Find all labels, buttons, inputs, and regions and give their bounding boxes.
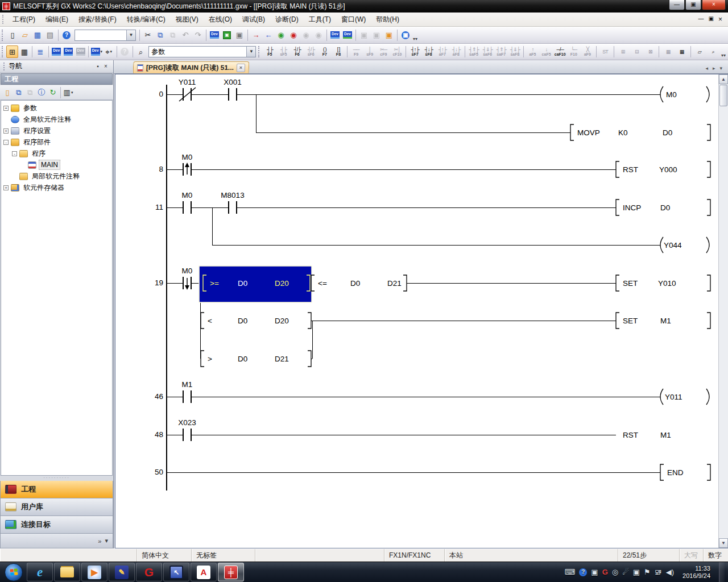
close-button[interactable]: × <box>702 0 726 10</box>
tree-item-MAIN[interactable]: MAIN <box>1 159 112 171</box>
action-center-tray-icon[interactable]: ⚑ <box>644 568 651 576</box>
keyboard-tray-icon[interactable]: ⌨ <box>565 568 576 576</box>
expand-tray-icon[interactable]: ▣ <box>591 568 598 576</box>
show-desktop-button[interactable] <box>719 562 725 582</box>
tree-item-软元件存储器[interactable]: +软元件存储器 <box>1 182 112 193</box>
monitor-resume-button[interactable]: ◉ <box>312 29 325 41</box>
window-tile-button[interactable]: ▣ <box>370 29 383 41</box>
button-saF6[interactable]: ┤⇓├saF6 <box>481 45 494 59</box>
device-cross-reference-button[interactable]: Dev <box>75 45 86 58</box>
print-button[interactable]: ▤ <box>44 29 56 41</box>
device-comment-find-button[interactable]: Dev <box>208 29 221 41</box>
button-caF5[interactable]: ↓caF5 <box>540 45 553 59</box>
maximize-button[interactable]: ▣ <box>685 0 701 10</box>
help-tray-icon[interactable]: ? <box>579 568 587 576</box>
pdf-reader-taskbar-button[interactable]: A <box>191 563 217 581</box>
media-player-taskbar-button[interactable]: ▶ <box>81 563 107 581</box>
tree-expander[interactable]: - <box>12 151 17 156</box>
device-display-button[interactable]: Dev▾ <box>90 45 102 58</box>
device-registration-monitor-button[interactable]: Dev <box>341 29 354 41</box>
button-ST[interactable]: ST <box>598 45 612 59</box>
button-F6[interactable]: ┤/├F6 <box>291 45 304 59</box>
undo-button[interactable]: ↶ <box>179 29 192 41</box>
open-file-button[interactable]: ▱ <box>19 29 31 41</box>
monitor-tray-icon[interactable]: ▣ <box>633 568 640 576</box>
button-▱[interactable]: ▱ <box>693 45 706 59</box>
tab-scroll-right-icon[interactable]: ▸ <box>713 65 715 71</box>
tree-item-参数[interactable]: +参数 <box>1 102 112 114</box>
button-⊠[interactable]: ⊠ <box>643 45 657 59</box>
device-search-button[interactable]: ⌖▾ <box>103 45 115 58</box>
button-F7[interactable]: ( )F7 <box>318 45 332 59</box>
button-F5[interactable]: ┤├F5 <box>263 45 276 59</box>
menu-item-9[interactable]: 窗口(W) <box>336 13 371 26</box>
device-list-button[interactable]: Dev <box>63 45 75 58</box>
mdi-minimize-button[interactable]: — <box>698 15 704 23</box>
button-sF8[interactable]: ┤↓├sF8 <box>422 45 436 59</box>
button-aF8[interactable]: ┤↓├aF8 <box>449 45 463 59</box>
nav-paste-button[interactable]: ⧉ <box>24 87 36 98</box>
tab-main-program[interactable]: [PRG]读取 MAIN (只读) 51... × <box>133 61 250 73</box>
menu-item-0[interactable]: 工程(P) <box>7 13 40 26</box>
button-cF10[interactable]: ✂│cF10 <box>390 45 404 59</box>
button-saF5[interactable]: ┤⇑├saF5 <box>467 45 481 59</box>
scroll-up-icon[interactable]: ▲ <box>719 74 728 84</box>
button-F9[interactable]: ──F9 <box>349 45 363 59</box>
scroll-thumb[interactable] <box>719 85 727 106</box>
ie-taskbar-button[interactable]: e <box>27 563 53 581</box>
monitor-start-button[interactable]: ◉ <box>275 29 287 41</box>
nav-refresh-button[interactable]: ↻ <box>47 87 59 98</box>
paste-button[interactable]: ⧉ <box>167 29 179 41</box>
button-caF10[interactable]: ─/─caF10 <box>553 45 567 59</box>
vertical-scrollbar[interactable]: ▲ ▼ <box>718 74 728 548</box>
mdi-close-button[interactable]: × <box>718 15 722 23</box>
monitor-pause-button[interactable]: ◉ <box>300 29 312 41</box>
button-saF8[interactable]: ┤⇓├saF8 <box>508 45 522 59</box>
satellite-tray-icon[interactable]: ☄ <box>622 568 629 576</box>
button-aF5[interactable]: ↑aF5 <box>526 45 539 59</box>
device-batch-monitor-button[interactable]: Dev <box>329 29 341 41</box>
help-2-button[interactable]: ? <box>119 45 131 58</box>
button-⌕[interactable]: ⌕ <box>706 45 720 59</box>
cut-button[interactable]: ✂ <box>142 29 154 41</box>
menu-item-7[interactable]: 诊断(D) <box>270 13 304 26</box>
write-to-plc-button[interactable]: → <box>250 29 262 41</box>
button-cF9[interactable]: ✂─cF9 <box>377 45 390 59</box>
button-sF5[interactable]: ┤├sF5 <box>276 45 290 59</box>
gom-tray-icon[interactable]: G <box>602 568 608 576</box>
device-combo[interactable]: 参数▼ <box>148 46 256 57</box>
tree-expander[interactable]: + <box>3 128 9 134</box>
explorer-taskbar-button[interactable] <box>54 563 80 581</box>
menu-item-3[interactable]: 转换/编译(C) <box>122 13 171 26</box>
button-⊞[interactable]: ⊞ <box>616 45 630 59</box>
nav-property-button[interactable]: ⓘ <box>36 87 47 98</box>
navigation-toggle-button[interactable]: ⊞ <box>6 45 18 58</box>
button-▦[interactable]: ▦ <box>675 45 689 59</box>
window-arrange-button[interactable]: ▣ <box>383 29 395 41</box>
gx-works2-taskbar-button[interactable]: ╪ <box>218 563 244 581</box>
redo-button[interactable]: ↷ <box>192 29 204 41</box>
tree-item-程序设置[interactable]: +程序设置 <box>1 125 112 136</box>
button-sF6[interactable]: ┤/├sF6 <box>304 45 318 59</box>
button-F8[interactable]: [ ]F8 <box>332 45 345 59</box>
tab-list-icon[interactable]: ▾ <box>719 65 722 71</box>
button-aF7[interactable]: ┤↑├aF7 <box>436 45 449 59</box>
tree-expander[interactable]: - <box>3 140 9 145</box>
nav-sort-button[interactable]: ▥▾ <box>63 87 74 98</box>
copy-button[interactable]: ⧉ <box>154 29 167 41</box>
start-button[interactable] <box>5 563 23 581</box>
screen-display-button[interactable]: ▣ <box>399 29 412 41</box>
tree-item-局部软元件注释[interactable]: 局部软元件注释 <box>1 171 112 182</box>
stack-connection-button[interactable]: 连接目标 <box>0 516 113 534</box>
button-saF7[interactable]: ┤⇑├saF7 <box>494 45 508 59</box>
tab-close-icon[interactable]: × <box>237 64 246 72</box>
volume-tray-icon[interactable]: ◀) <box>666 568 674 576</box>
disc-tray-icon[interactable]: ◎ <box>612 568 618 576</box>
tree-item-程序部件[interactable]: -程序部件 <box>1 136 112 148</box>
stack-user-library-button[interactable]: 用户库 <box>0 498 113 516</box>
menu-item-5[interactable]: 在线(O) <box>204 13 237 26</box>
save-button[interactable]: ▦ <box>31 29 44 41</box>
tree-item-全局软元件注释[interactable]: 全局软元件注释 <box>1 114 112 125</box>
find-button[interactable]: ⌕ <box>135 45 147 58</box>
pin-icon[interactable]: ▪ <box>94 63 102 69</box>
